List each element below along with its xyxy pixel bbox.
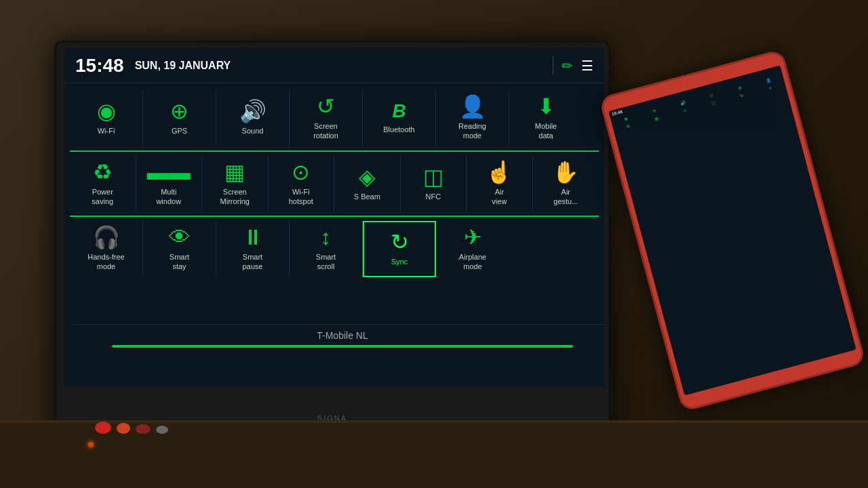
settings-row-2: ♻ Powersaving ▬▬ Multiwindow ▦ ScreenMir… (70, 152, 599, 218)
wifi-toggle[interactable]: ◉ Wi-Fi (70, 90, 143, 146)
screen-rotation-icon: ↺ (317, 96, 335, 117)
wifi-hotspot-toggle[interactable]: ⊙ Wi-Fihotspot (269, 156, 335, 212)
airplane-label: Airplanemode (459, 252, 486, 272)
sound-icon: 🔊 (239, 100, 267, 122)
mobile-data-toggle[interactable]: ⬇ Mobiledata (509, 90, 583, 146)
power-saving-icon: ♻ (93, 161, 113, 183)
sync-label: Sync (391, 257, 408, 266)
gps-icon: ⊕ (170, 100, 189, 122)
nfc-label: NFC (426, 192, 441, 201)
settings-row-3: 🎧 Hands-freemode 👁 Smartstay ⏸ Smartpaus… (70, 217, 599, 281)
edit-icon: ✏ (561, 58, 573, 74)
settings-row-1: ◉ Wi-Fi ⊕ GPS 🔊 Sound ↺ Screenrotation B (70, 86, 599, 152)
tv-screen: 15:48 SUN, 19 JANUARY ✏ ☰ ◉ Wi-Fi ⊕ GPS (64, 48, 604, 387)
list-icon: ☰ (581, 58, 593, 74)
sync-icon: ↻ (391, 231, 409, 253)
s-beam-icon: ◈ (359, 166, 376, 188)
reading-mode-label: Readingmode (458, 121, 486, 141)
shelf-item-1 (95, 422, 111, 434)
current-date: SUN, 19 JANUARY (135, 60, 231, 72)
handsfree-icon: 🎧 (93, 226, 120, 248)
carrier-bar: T-Mobile NL (73, 324, 604, 353)
power-saving-label: Powersaving (92, 187, 113, 207)
screen-mirroring-icon: ▦ (224, 161, 245, 183)
gps-toggle[interactable]: ⊕ GPS (143, 90, 216, 146)
clock-time: 15:48 (75, 55, 124, 77)
screen-rotation-label: Screenrotation (313, 121, 338, 141)
screen-mirroring-label: ScreenMirroring (220, 187, 250, 207)
sync-toggle[interactable]: ↻ Sync (363, 221, 436, 277)
air-gesture-label: Airgestu... (553, 187, 578, 207)
tv-shelf (0, 420, 868, 488)
multi-window-label: Multiwindow (156, 187, 181, 207)
screen-rotation-toggle[interactable]: ↺ Screenrotation (290, 90, 363, 146)
mobile-data-icon: ⬇ (537, 96, 555, 117)
wifi-hotspot-icon: ⊙ (292, 161, 310, 183)
carrier-progress-bar (112, 345, 573, 348)
air-gesture-toggle[interactable]: ✋ Airgestu... (533, 156, 599, 212)
nfc-toggle[interactable]: ◫ NFC (401, 156, 467, 212)
shelf-item-4 (156, 426, 168, 434)
shelf-item-2 (117, 423, 130, 434)
air-view-toggle[interactable]: ☝ Airview (467, 156, 533, 212)
gps-label: GPS (172, 126, 187, 136)
air-view-icon: ☝ (486, 161, 513, 183)
reading-mode-toggle[interactable]: 👤 Readingmode (436, 90, 509, 146)
power-saving-toggle[interactable]: ♻ Powersaving (70, 156, 136, 212)
wifi-label: Wi-Fi (98, 126, 115, 136)
multi-window-toggle[interactable]: ▬▬ Multiwindow (136, 156, 203, 212)
smart-stay-label: Smartstay (170, 252, 189, 272)
status-divider (553, 56, 553, 75)
smart-stay-icon: 👁 (169, 226, 191, 248)
airplane-mode-toggle[interactable]: ✈ Airplanemode (436, 221, 509, 277)
screen-mirroring-toggle[interactable]: ▦ ScreenMirroring (202, 156, 269, 212)
status-bar: 15:48 SUN, 19 JANUARY ✏ ☰ (64, 48, 604, 83)
carrier-name: T-Mobile NL (317, 330, 368, 341)
multi-window-icon: ▬▬ (147, 161, 191, 183)
status-icons: ✏ ☰ (553, 56, 593, 75)
tv-display: 15:48 SUN, 19 JANUARY ✏ ☰ ◉ Wi-Fi ⊕ GPS (54, 41, 610, 434)
mobile-data-label: Mobiledata (535, 121, 557, 141)
smart-pause-label: Smartpause (243, 252, 263, 272)
smart-scroll-icon: ↕ (321, 226, 332, 248)
nfc-icon: ◫ (423, 166, 443, 188)
handsfree-label: Hands-freemode (87, 252, 124, 272)
wifi-hotspot-label: Wi-Fihotspot (289, 187, 313, 207)
wifi-icon: ◉ (97, 100, 116, 122)
air-gesture-icon: ✋ (552, 161, 579, 183)
bluetooth-toggle[interactable]: B Bluetooth (363, 90, 436, 146)
shelf-item-3 (136, 424, 151, 434)
shelf-led (88, 442, 94, 447)
shelf-decorations (95, 422, 168, 434)
s-beam-label: S Beam (354, 192, 380, 201)
airplane-icon: ✈ (464, 226, 482, 248)
s-beam-toggle[interactable]: ◈ S Beam (334, 156, 401, 212)
quick-settings-panel: ◉ Wi-Fi ⊕ GPS 🔊 Sound ↺ Screenrotation B (64, 83, 604, 284)
handsfree-toggle[interactable]: 🎧 Hands-freemode (70, 221, 143, 277)
smart-pause-icon: ⏸ (242, 226, 264, 248)
air-view-label: Airview (492, 187, 507, 207)
bluetooth-icon: B (392, 102, 406, 121)
smart-scroll-toggle[interactable]: ↕ Smartscroll (290, 221, 363, 277)
smart-scroll-label: Smartscroll (316, 252, 336, 272)
smart-stay-toggle[interactable]: 👁 Smartstay (143, 221, 216, 277)
smart-pause-toggle[interactable]: ⏸ Smartpause (216, 221, 290, 277)
sound-toggle[interactable]: 🔊 Sound (216, 90, 290, 146)
sound-label: Sound (242, 126, 264, 136)
reading-mode-icon: 👤 (459, 96, 486, 117)
bluetooth-label: Bluetooth (383, 125, 414, 134)
